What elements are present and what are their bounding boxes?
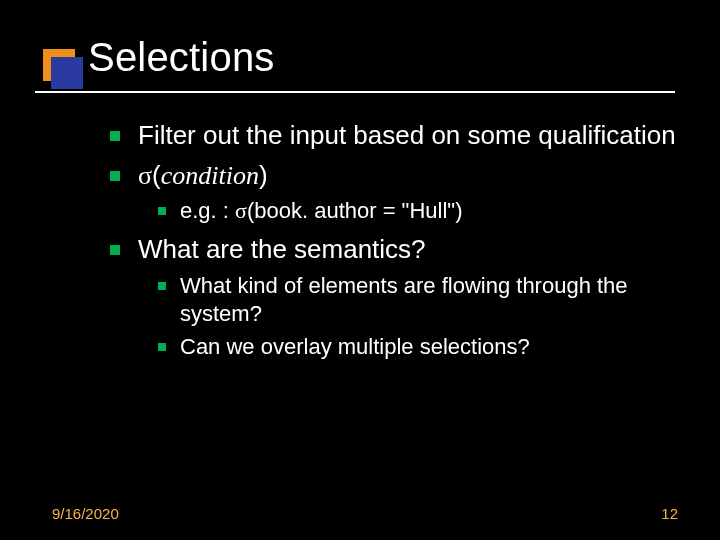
bullet-item: Filter out the input based on some quali… — [110, 120, 690, 152]
bullet-list-level1: Filter out the input based on some quali… — [110, 120, 690, 362]
bullet-subitem: Can we overlay multiple selections? — [158, 333, 690, 362]
bullet-subitem: e.g. : σ(book. author = "Hull") — [158, 197, 690, 226]
bullet-text: Filter out the input based on some quali… — [138, 120, 676, 150]
bullet-item: σ(condition) e.g. : σ(book. author = "Hu… — [110, 160, 690, 226]
accent-blue-square — [51, 57, 83, 89]
sigma-symbol: σ — [138, 161, 152, 190]
title-underline — [35, 91, 675, 93]
subitem-rest: (book. author = "Hull") — [247, 198, 463, 223]
bullet-list-level2: e.g. : σ(book. author = "Hull") — [158, 197, 690, 226]
title-accent-icon — [43, 49, 83, 89]
slide-title: Selections — [88, 35, 275, 80]
bullet-text: What are the semantics? — [138, 234, 426, 264]
footer-date: 9/16/2020 — [52, 505, 119, 522]
paren-close: ) — [259, 160, 268, 190]
bullet-subitem: What kind of elements are flowing throug… — [158, 272, 690, 329]
subitem-text: Can we overlay multiple selections? — [180, 334, 530, 359]
footer-page-number: 12 — [661, 505, 678, 522]
slide-body: Filter out the input based on some quali… — [110, 120, 690, 370]
paren-open: ( — [152, 160, 161, 190]
sigma-symbol: σ — [235, 198, 247, 223]
subitem-prefix: e.g. : — [180, 198, 235, 223]
bullet-list-level2: What kind of elements are flowing throug… — [158, 272, 690, 362]
condition-arg: condition — [161, 161, 259, 190]
bullet-item: What are the semantics? What kind of ele… — [110, 234, 690, 362]
subitem-text: What kind of elements are flowing throug… — [180, 273, 628, 327]
